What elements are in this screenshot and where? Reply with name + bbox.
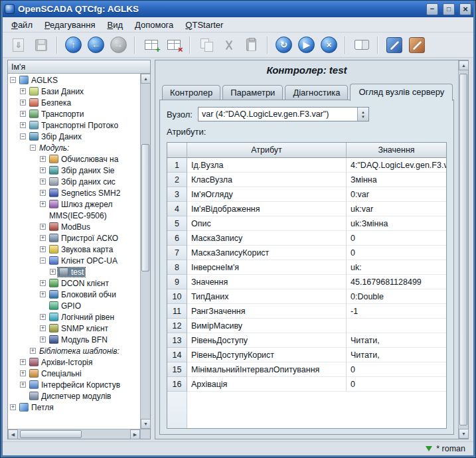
tree-item[interactable]: +Модуль BFN	[8, 334, 140, 345]
scroll-track[interactable]	[459, 70, 468, 429]
item-add-button[interactable]: +	[141, 35, 161, 56]
tree-item[interactable]: +Обчислювач на	[8, 153, 140, 165]
collapse-toggle-icon[interactable]: −	[40, 258, 46, 264]
expand-toggle-icon[interactable]: +	[40, 224, 46, 230]
tree-item[interactable]: +DCON клієнт	[8, 277, 140, 289]
collapse-toggle-icon[interactable]: −	[20, 133, 26, 139]
expand-toggle-icon[interactable]: +	[20, 88, 26, 94]
tab[interactable]: Діагностика	[285, 85, 348, 100]
value-cell[interactable]: 0	[347, 362, 446, 377]
value-cell[interactable]: uk:var	[347, 202, 446, 216]
collapse-toggle-icon[interactable]: −	[30, 145, 36, 151]
tree-item[interactable]: +Спеціальні	[8, 368, 140, 379]
expand-toggle-icon[interactable]: +	[20, 122, 26, 128]
collapse-toggle-icon[interactable]: −	[10, 77, 16, 83]
scroll-thumb[interactable]	[459, 74, 467, 425]
expand-toggle-icon[interactable]: +	[40, 280, 46, 286]
row-number-header[interactable]: 16	[167, 377, 187, 392]
tree-item[interactable]: −AGLKS	[8, 74, 140, 86]
expand-toggle-icon[interactable]: +	[40, 179, 46, 185]
tree-body[interactable]: −AGLKS+Бази Даних+Безпека+Транспорти+Тра…	[8, 74, 140, 429]
tree-item[interactable]: +Шлюз джерел	[8, 198, 140, 210]
tree-item[interactable]: MMS(IEC-9506)	[8, 210, 140, 221]
scroll-up-button[interactable]	[141, 74, 151, 84]
tree-item[interactable]: +Логічний рівен	[8, 311, 140, 323]
attribute-cell[interactable]: Опис	[187, 216, 347, 231]
tab[interactable]: Параметри	[222, 85, 283, 100]
tree-vscroll[interactable]	[140, 74, 150, 429]
up-button[interactable]: ↑	[63, 35, 84, 56]
tree-item[interactable]: +Інтерфейси Користув	[8, 379, 140, 390]
attribute-column-header[interactable]: Атрибут	[187, 143, 347, 158]
scroll-down-button[interactable]	[459, 429, 469, 439]
node-combobox[interactable]: var (4:"DAQ.LogicLev.gen.F3.var")	[198, 107, 369, 121]
row-number-header[interactable]: 7	[167, 246, 187, 260]
row-number-header[interactable]: 10	[167, 289, 187, 304]
attribute-cell[interactable]: Значення	[187, 275, 347, 289]
tree-item[interactable]: +SNMP клієнт	[8, 323, 140, 334]
menu-item[interactable]: Допомога	[129, 19, 179, 31]
expand-toggle-icon[interactable]: +	[40, 235, 46, 241]
attribute-cell[interactable]: ІнверснеІм'я	[187, 260, 347, 275]
expand-toggle-icon[interactable]: +	[50, 269, 56, 275]
row-number-header[interactable]: 9	[167, 275, 187, 289]
start-button[interactable]: ▶	[296, 35, 317, 56]
value-cell[interactable]: 0	[347, 377, 446, 392]
row-number-header[interactable]: 6	[167, 231, 187, 246]
value-cell[interactable]: 0:Double	[347, 289, 446, 304]
menu-item[interactable]: QTStarter	[179, 19, 229, 31]
tree-item[interactable]: +Бібліотека шаблонів:	[8, 345, 140, 356]
row-number-header[interactable]: 15	[167, 362, 187, 377]
tree-item[interactable]: +Архіви-Історія	[8, 356, 140, 368]
maximize-button[interactable]	[443, 3, 455, 15]
attribute-cell[interactable]: МінімальнийІнтервалОпитування	[187, 362, 347, 377]
value-cell[interactable]	[347, 319, 446, 333]
expand-toggle-icon[interactable]: +	[40, 246, 46, 252]
expand-toggle-icon[interactable]: +	[30, 348, 36, 354]
tree-item[interactable]: +Бази Даних	[8, 86, 140, 97]
scroll-thumb[interactable]	[20, 430, 82, 438]
tab[interactable]: Контролер	[162, 85, 220, 100]
attribute-cell[interactable]: КласВузла	[187, 173, 347, 187]
expand-toggle-icon[interactable]: +	[40, 314, 46, 320]
scroll-left-button[interactable]	[8, 429, 18, 439]
row-number-header[interactable]: 13	[167, 333, 187, 348]
tree-item[interactable]: +Блоковий обчи	[8, 289, 140, 300]
scroll-up-button[interactable]	[459, 60, 469, 70]
scroll-down-button[interactable]	[141, 419, 151, 429]
row-number-header[interactable]: 5	[167, 216, 187, 231]
titlebar[interactable]: OpenSCADA QTCfg: AGLKS	[3, 1, 473, 17]
attribute-cell[interactable]: МаскаЗапису	[187, 231, 347, 246]
tree-column-header[interactable]: Ім'я	[8, 60, 150, 74]
row-number-header[interactable]: 4	[167, 202, 187, 216]
row-number-header[interactable]: 2	[167, 173, 187, 187]
tree-item[interactable]: +test	[8, 266, 140, 277]
menu-item[interactable]: Редагування	[39, 19, 102, 31]
row-number-header[interactable]: 11	[167, 304, 187, 319]
tree-item[interactable]: +Segnetics SMH2	[8, 187, 140, 198]
scroll-thumb[interactable]	[141, 144, 149, 271]
tree-item[interactable]: +Пристрої АСКО	[8, 232, 140, 244]
attribute-cell[interactable]: РівеньДоступу	[187, 333, 347, 348]
row-number-header[interactable]: 3	[167, 187, 187, 202]
attribute-cell[interactable]: Ід.Вузла	[187, 158, 347, 173]
attribute-cell[interactable]: Ім'яВідображення	[187, 202, 347, 216]
tree-item[interactable]: −Збір Даних	[8, 131, 140, 142]
expand-toggle-icon[interactable]: +	[40, 201, 46, 207]
refresh-button[interactable]: ↻	[274, 35, 294, 56]
expand-toggle-icon[interactable]: +	[10, 404, 16, 410]
attribute-cell[interactable]: РангЗначення	[187, 304, 347, 319]
minimize-button[interactable]	[426, 3, 438, 15]
tree-item[interactable]: Диспетчер модулів	[8, 390, 140, 402]
tree-hscroll[interactable]	[8, 429, 140, 439]
expand-toggle-icon[interactable]: +	[20, 382, 26, 388]
tree-item[interactable]: −Модуль:	[8, 142, 140, 153]
attribute-cell[interactable]: МаскаЗаписуКорист	[187, 246, 347, 260]
expand-toggle-icon[interactable]: +	[20, 359, 26, 365]
config-vscroll[interactable]	[458, 60, 468, 439]
qtstarter-tray-icon[interactable]	[426, 446, 432, 451]
row-number-header[interactable]: 8	[167, 260, 187, 275]
attribute-cell[interactable]: РівеньДоступуКорист	[187, 348, 347, 362]
value-cell[interactable]: 45.1679681128499	[347, 275, 446, 289]
expand-toggle-icon[interactable]: +	[20, 111, 26, 117]
